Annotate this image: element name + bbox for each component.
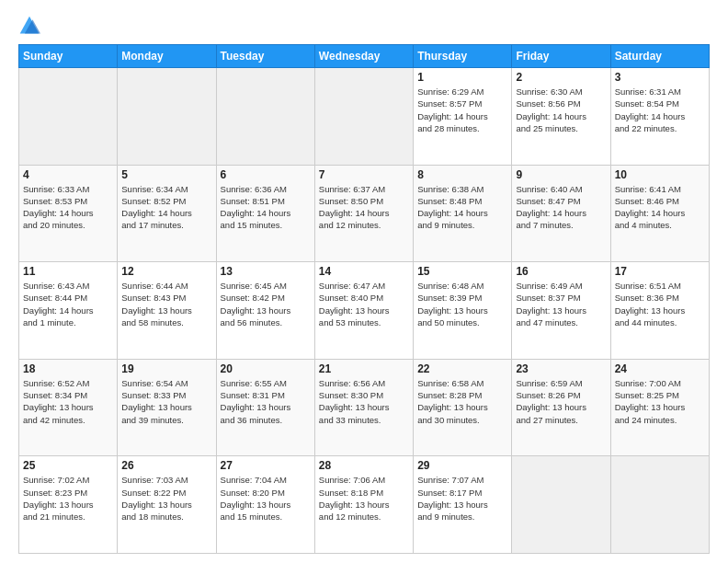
day-detail: Sunrise: 6:49 AMSunset: 8:37 PMDaylight:… — [516, 280, 606, 328]
header — [18, 15, 710, 37]
calendar-cell — [610, 456, 709, 554]
day-detail: Sunrise: 6:30 AMSunset: 8:56 PMDaylight:… — [516, 86, 606, 134]
calendar-cell: 5Sunrise: 6:34 AMSunset: 8:52 PMDaylight… — [118, 165, 216, 262]
day-number: 22 — [417, 362, 507, 375]
logo — [18, 15, 44, 37]
day-detail: Sunrise: 7:00 AMSunset: 8:25 PMDaylight:… — [615, 377, 705, 426]
calendar-cell: 14Sunrise: 6:47 AMSunset: 8:40 PMDayligh… — [314, 262, 413, 360]
day-detail: Sunrise: 6:48 AMSunset: 8:39 PMDaylight:… — [417, 280, 507, 328]
day-detail: Sunrise: 6:44 AMSunset: 8:43 PMDaylight:… — [121, 280, 211, 328]
day-detail: Sunrise: 6:41 AMSunset: 8:46 PMDaylight:… — [615, 183, 705, 232]
calendar-week-3: 18Sunrise: 6:52 AMSunset: 8:34 PMDayligh… — [19, 359, 710, 456]
calendar-cell: 8Sunrise: 6:38 AMSunset: 8:48 PMDaylight… — [414, 165, 512, 262]
calendar-cell — [216, 68, 314, 166]
calendar-cell: 19Sunrise: 6:54 AMSunset: 8:33 PMDayligh… — [118, 359, 216, 456]
day-detail: Sunrise: 7:02 AMSunset: 8:23 PMDaylight:… — [23, 474, 113, 523]
day-number: 5 — [121, 168, 211, 181]
calendar-cell: 21Sunrise: 6:56 AMSunset: 8:30 PMDayligh… — [314, 359, 413, 456]
calendar-cell: 3Sunrise: 6:31 AMSunset: 8:54 PMDaylight… — [610, 68, 709, 166]
day-number: 18 — [23, 362, 113, 375]
day-detail: Sunrise: 6:45 AMSunset: 8:42 PMDaylight:… — [221, 280, 311, 328]
day-number: 9 — [516, 168, 606, 181]
day-number: 1 — [417, 71, 507, 84]
weekday-header-sunday: Sunday — [19, 45, 118, 68]
day-number: 17 — [615, 265, 705, 278]
calendar-cell: 12Sunrise: 6:44 AMSunset: 8:43 PMDayligh… — [118, 262, 216, 360]
day-detail: Sunrise: 6:52 AMSunset: 8:34 PMDaylight:… — [23, 377, 113, 426]
day-detail: Sunrise: 6:43 AMSunset: 8:44 PMDaylight:… — [23, 280, 113, 328]
day-number: 11 — [23, 265, 113, 278]
day-detail: Sunrise: 6:37 AMSunset: 8:50 PMDaylight:… — [319, 183, 409, 232]
calendar-body: 1Sunrise: 6:29 AMSunset: 8:57 PMDaylight… — [19, 68, 710, 554]
calendar-cell: 10Sunrise: 6:41 AMSunset: 8:46 PMDayligh… — [610, 165, 709, 262]
calendar-cell — [19, 68, 118, 166]
calendar-cell: 27Sunrise: 7:04 AMSunset: 8:20 PMDayligh… — [216, 456, 314, 554]
day-number: 24 — [615, 362, 705, 375]
day-detail: Sunrise: 7:06 AMSunset: 8:18 PMDaylight:… — [319, 474, 409, 523]
day-number: 10 — [615, 168, 705, 181]
weekday-header-thursday: Thursday — [414, 45, 512, 68]
day-number: 27 — [221, 459, 311, 472]
calendar-header: SundayMondayTuesdayWednesdayThursdayFrid… — [19, 45, 710, 68]
calendar-cell — [314, 68, 413, 166]
day-detail: Sunrise: 6:36 AMSunset: 8:51 PMDaylight:… — [221, 183, 311, 232]
day-detail: Sunrise: 7:04 AMSunset: 8:20 PMDaylight:… — [221, 474, 311, 523]
day-number: 7 — [319, 168, 409, 181]
calendar-cell: 29Sunrise: 7:07 AMSunset: 8:17 PMDayligh… — [414, 456, 512, 554]
day-number: 29 — [417, 459, 507, 472]
day-detail: Sunrise: 6:31 AMSunset: 8:54 PMDaylight:… — [615, 86, 705, 134]
calendar-cell: 26Sunrise: 7:03 AMSunset: 8:22 PMDayligh… — [118, 456, 216, 554]
weekday-header-tuesday: Tuesday — [216, 45, 314, 68]
weekday-header-monday: Monday — [118, 45, 216, 68]
calendar-cell: 17Sunrise: 6:51 AMSunset: 8:36 PMDayligh… — [610, 262, 709, 360]
day-detail: Sunrise: 6:34 AMSunset: 8:52 PMDaylight:… — [121, 183, 211, 232]
day-detail: Sunrise: 6:55 AMSunset: 8:31 PMDaylight:… — [221, 377, 311, 426]
day-number: 19 — [121, 362, 211, 375]
calendar-week-4: 25Sunrise: 7:02 AMSunset: 8:23 PMDayligh… — [19, 456, 710, 554]
calendar-cell: 4Sunrise: 6:33 AMSunset: 8:53 PMDaylight… — [19, 165, 118, 262]
day-detail: Sunrise: 6:59 AMSunset: 8:26 PMDaylight:… — [516, 377, 606, 426]
calendar-cell — [118, 68, 216, 166]
day-number: 26 — [121, 459, 211, 472]
day-number: 6 — [221, 168, 311, 181]
logo-icon — [18, 15, 40, 37]
weekday-header-friday: Friday — [512, 45, 610, 68]
calendar-cell — [512, 456, 610, 554]
day-number: 4 — [23, 168, 113, 181]
weekday-header-wednesday: Wednesday — [314, 45, 413, 68]
day-number: 14 — [319, 265, 409, 278]
calendar-cell: 2Sunrise: 6:30 AMSunset: 8:56 PMDaylight… — [512, 68, 610, 166]
day-detail: Sunrise: 6:33 AMSunset: 8:53 PMDaylight:… — [23, 183, 113, 232]
calendar-cell: 15Sunrise: 6:48 AMSunset: 8:39 PMDayligh… — [414, 262, 512, 360]
calendar-cell: 20Sunrise: 6:55 AMSunset: 8:31 PMDayligh… — [216, 359, 314, 456]
day-number: 15 — [417, 265, 507, 278]
day-detail: Sunrise: 6:54 AMSunset: 8:33 PMDaylight:… — [121, 377, 211, 426]
calendar-cell: 16Sunrise: 6:49 AMSunset: 8:37 PMDayligh… — [512, 262, 610, 360]
calendar-cell: 7Sunrise: 6:37 AMSunset: 8:50 PMDaylight… — [314, 165, 413, 262]
page: SundayMondayTuesdayWednesdayThursdayFrid… — [0, 0, 728, 563]
calendar-week-2: 11Sunrise: 6:43 AMSunset: 8:44 PMDayligh… — [19, 262, 710, 360]
calendar-cell: 22Sunrise: 6:58 AMSunset: 8:28 PMDayligh… — [414, 359, 512, 456]
day-detail: Sunrise: 7:03 AMSunset: 8:22 PMDaylight:… — [121, 474, 211, 523]
calendar-cell: 1Sunrise: 6:29 AMSunset: 8:57 PMDaylight… — [414, 68, 512, 166]
day-number: 21 — [319, 362, 409, 375]
weekday-row: SundayMondayTuesdayWednesdayThursdayFrid… — [19, 45, 710, 68]
calendar-cell: 18Sunrise: 6:52 AMSunset: 8:34 PMDayligh… — [19, 359, 118, 456]
calendar-cell: 28Sunrise: 7:06 AMSunset: 8:18 PMDayligh… — [314, 456, 413, 554]
calendar-week-1: 4Sunrise: 6:33 AMSunset: 8:53 PMDaylight… — [19, 165, 710, 262]
day-number: 8 — [417, 168, 507, 181]
day-number: 16 — [516, 265, 606, 278]
day-detail: Sunrise: 6:29 AMSunset: 8:57 PMDaylight:… — [417, 86, 507, 134]
calendar-cell: 24Sunrise: 7:00 AMSunset: 8:25 PMDayligh… — [610, 359, 709, 456]
day-detail: Sunrise: 6:51 AMSunset: 8:36 PMDaylight:… — [615, 280, 705, 328]
day-detail: Sunrise: 6:58 AMSunset: 8:28 PMDaylight:… — [417, 377, 507, 426]
day-number: 28 — [319, 459, 409, 472]
calendar-cell: 9Sunrise: 6:40 AMSunset: 8:47 PMDaylight… — [512, 165, 610, 262]
calendar-cell: 13Sunrise: 6:45 AMSunset: 8:42 PMDayligh… — [216, 262, 314, 360]
calendar-week-0: 1Sunrise: 6:29 AMSunset: 8:57 PMDaylight… — [19, 68, 710, 166]
calendar-cell: 23Sunrise: 6:59 AMSunset: 8:26 PMDayligh… — [512, 359, 610, 456]
day-number: 2 — [516, 71, 606, 84]
day-detail: Sunrise: 6:47 AMSunset: 8:40 PMDaylight:… — [319, 280, 409, 328]
day-number: 13 — [221, 265, 311, 278]
calendar-cell: 25Sunrise: 7:02 AMSunset: 8:23 PMDayligh… — [19, 456, 118, 554]
